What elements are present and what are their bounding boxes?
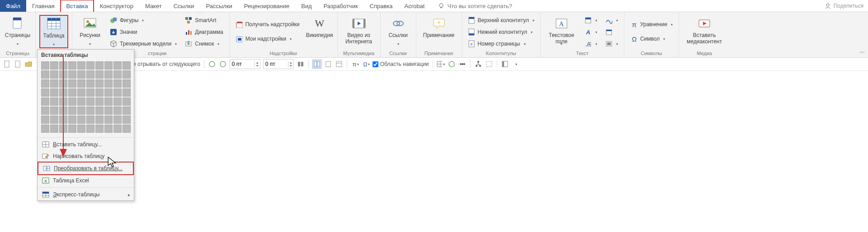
nav-pane-checkbox[interactable]: Область навигации — [373, 61, 429, 67]
pictures-button[interactable]: Рисунки ▾ — [76, 15, 104, 47]
spacing-after-input[interactable]: ▲▼ — [263, 59, 294, 69]
tab-layout[interactable]: Макет — [139, 0, 168, 12]
grid-cell[interactable] — [123, 61, 131, 70]
object-button[interactable]: ▾ — [603, 38, 620, 49]
tab-mailings[interactable]: Рассылки — [200, 0, 238, 12]
group-links: Ссылки ▾ Ссылки — [381, 12, 416, 57]
equation-pi-icon[interactable]: π▾ — [351, 60, 359, 68]
view-draft-icon[interactable] — [324, 60, 332, 68]
tab-references[interactable]: Ссылки — [168, 0, 200, 12]
online-video-button[interactable]: Видео из Интернета — [341, 15, 377, 47]
icons-button[interactable]: Значки — [108, 27, 179, 37]
table-grid-picker[interactable] — [38, 60, 134, 71]
svg-rect-59 — [15, 61, 20, 67]
get-addins-button[interactable]: Получить надстройки — [233, 18, 302, 31]
video-icon — [352, 16, 366, 31]
view-web-icon[interactable] — [335, 60, 343, 68]
grid-cell[interactable] — [95, 61, 104, 70]
group-pages-label: Страницы — [4, 51, 32, 57]
tab-file[interactable]: Файл — [0, 0, 26, 12]
qat-dropdown[interactable]: ▾ — [512, 60, 520, 68]
group-symbols: π Уравнение▾ Ω Символ▾ Символы — [624, 12, 679, 57]
spinner-arrows[interactable]: ▲▼ — [255, 61, 260, 67]
grid-cell[interactable] — [95, 70, 104, 71]
grid-cell[interactable] — [41, 70, 49, 71]
screenshot-button[interactable]: Снимок▾ — [183, 38, 225, 49]
spacing-before-input[interactable]: ▲▼ — [230, 59, 260, 69]
grid-cell[interactable] — [68, 61, 76, 70]
tab-developer[interactable]: Разработчик — [318, 0, 364, 12]
circle-icon-3[interactable] — [448, 60, 456, 68]
svg-text:π: π — [352, 61, 356, 68]
date-time-button[interactable] — [603, 27, 620, 37]
header-button[interactable]: Верхний колонтитул▾ — [466, 15, 537, 26]
svg-text:π: π — [632, 21, 637, 28]
grid-cell[interactable] — [86, 70, 94, 71]
smartart-button[interactable]: SmartArt — [183, 15, 225, 26]
table-button[interactable]: Таблица ▾ — [39, 15, 68, 48]
page-number-button[interactable]: # Номер страницы▾ — [466, 38, 537, 49]
grid-cell[interactable] — [41, 61, 49, 70]
3d-models-button[interactable]: Трехмерные модели▾ — [108, 38, 179, 49]
collapse-ribbon-button[interactable]: ︿ — [859, 47, 865, 56]
pages-button[interactable]: Страницы ▾ — [4, 15, 32, 47]
circle-icon-2[interactable] — [219, 60, 227, 68]
svg-text:Ω: Ω — [632, 36, 637, 42]
grid-cell[interactable] — [59, 70, 67, 71]
select-objects-icon[interactable] — [485, 60, 493, 68]
tab-view[interactable]: Вид — [295, 0, 318, 12]
drop-cap-button[interactable]: A▾ — [582, 38, 599, 49]
spacing-after-value[interactable] — [264, 60, 288, 68]
grid-cell[interactable] — [50, 61, 58, 70]
shapes-button[interactable]: Фигуры▾ — [108, 15, 179, 26]
chart-button[interactable]: Диаграмма — [183, 27, 225, 37]
grid-cell[interactable] — [77, 61, 85, 70]
grid-cell[interactable] — [77, 70, 85, 71]
qat-new-doc-icon[interactable] — [3, 60, 11, 68]
grid-cell[interactable] — [104, 61, 113, 70]
tab-help[interactable]: Справка — [364, 0, 399, 12]
nav-pane-check[interactable] — [373, 61, 378, 67]
quick-parts-button[interactable]: ▾ — [582, 15, 599, 26]
symbol-button[interactable]: Ω Символ▾ — [628, 32, 675, 46]
my-addins-button[interactable]: Мои надстройки▾ — [233, 32, 302, 46]
equation-button[interactable]: π Уравнение▾ — [628, 18, 675, 31]
toolbar-table-icon[interactable]: ▾ — [437, 60, 445, 68]
grid-cell[interactable] — [50, 70, 58, 71]
grid-cell[interactable] — [59, 61, 67, 70]
tab-review[interactable]: Рецензирование — [238, 0, 295, 12]
grid-cell[interactable] — [123, 70, 131, 71]
wikipedia-button[interactable]: W Википедия — [306, 15, 334, 47]
qat-misc-1[interactable] — [297, 60, 305, 68]
share-button[interactable]: Поделиться — [825, 0, 863, 12]
grid-cell[interactable] — [104, 70, 113, 71]
footer-button[interactable]: Нижний колонтитул▾ — [466, 27, 537, 37]
pictures-icon — [83, 16, 97, 31]
grid-cell[interactable] — [113, 61, 122, 70]
insert-media-button[interactable]: Вставить медиаконтент — [683, 15, 726, 47]
grid-cell[interactable] — [68, 70, 76, 71]
symbol-omega-icon[interactable]: Ω▾ — [362, 60, 370, 68]
qat-open-icon[interactable] — [24, 60, 33, 68]
selection-pane-icon[interactable] — [501, 60, 509, 68]
links-button[interactable]: Ссылки ▾ — [384, 15, 412, 47]
spacing-before-value[interactable] — [230, 60, 255, 68]
qat-new-doc2-icon[interactable] — [14, 60, 22, 68]
tab-insert[interactable]: Вставка — [60, 0, 94, 12]
share-label: Поделиться — [834, 3, 863, 9]
tab-design[interactable]: Конструктор — [94, 0, 139, 12]
grid-cell[interactable] — [113, 70, 122, 71]
hierarchy-icon[interactable] — [474, 60, 482, 68]
text-box-button[interactable]: A Текстовое поле ▾ — [544, 15, 579, 47]
tab-acrobat[interactable]: Acrobat — [399, 0, 431, 12]
signature-line-button[interactable]: ▾ — [603, 15, 620, 26]
spinner-arrows[interactable]: ▲▼ — [288, 61, 293, 67]
circle-icon-1[interactable] — [208, 60, 216, 68]
view-print-layout-icon[interactable] — [312, 60, 321, 69]
tell-me[interactable]: Что вы хотите сделать? — [432, 0, 518, 12]
qat-misc-2[interactable] — [458, 60, 467, 68]
grid-cell[interactable] — [86, 61, 94, 70]
comment-button[interactable]: + Примечание — [420, 15, 458, 47]
tab-home[interactable]: Главная — [26, 0, 60, 12]
wordart-button[interactable]: A▾ — [582, 27, 599, 37]
